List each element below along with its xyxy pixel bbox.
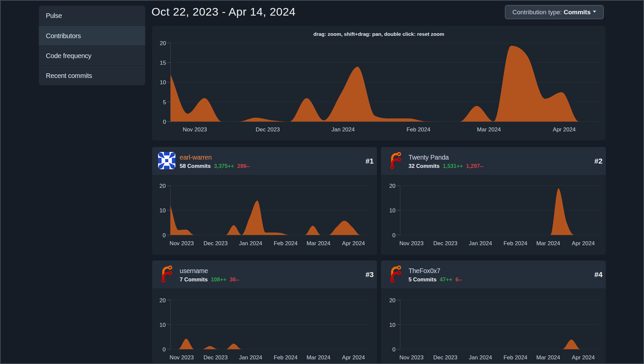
svg-text:Jan 2024: Jan 2024	[469, 240, 492, 247]
svg-text:Apr 2024: Apr 2024	[342, 354, 365, 361]
svg-text:20: 20	[159, 183, 166, 189]
svg-text:20: 20	[160, 40, 166, 46]
svg-text:Dec 2023: Dec 2023	[433, 354, 458, 361]
svg-text:Mar 2024: Mar 2024	[307, 240, 330, 247]
svg-text:Jan 2024: Jan 2024	[469, 354, 492, 361]
svg-text:Jan 2024: Jan 2024	[331, 126, 355, 133]
svg-text:Feb 2024: Feb 2024	[407, 126, 430, 133]
svg-text:Mar 2024: Mar 2024	[477, 126, 501, 133]
svg-text:Feb 2024: Feb 2024	[274, 354, 298, 361]
svg-text:Feb 2024: Feb 2024	[504, 240, 527, 247]
svg-text:Jan 2024: Jan 2024	[239, 354, 262, 361]
svg-text:Dec 2023: Dec 2023	[204, 354, 228, 361]
svg-text:10: 10	[389, 207, 396, 214]
svg-text:Dec 2023: Dec 2023	[433, 240, 458, 247]
svg-text:20: 20	[389, 297, 396, 304]
svg-text:10: 10	[159, 207, 166, 214]
svg-text:0: 0	[392, 346, 395, 353]
svg-text:Apr 2024: Apr 2024	[342, 240, 365, 247]
svg-text:Mar 2024: Mar 2024	[536, 354, 560, 361]
svg-text:0: 0	[163, 119, 166, 125]
svg-text:0: 0	[392, 232, 395, 239]
svg-text:10: 10	[160, 79, 166, 86]
svg-text:0: 0	[163, 232, 166, 239]
svg-text:Apr 2024: Apr 2024	[572, 240, 595, 247]
svg-text:Mar 2024: Mar 2024	[536, 240, 560, 247]
svg-text:10: 10	[389, 322, 396, 328]
svg-text:Nov 2023: Nov 2023	[399, 240, 423, 247]
svg-text:Mar 2024: Mar 2024	[307, 354, 330, 361]
svg-text:10: 10	[159, 322, 166, 328]
svg-text:20: 20	[389, 183, 396, 189]
svg-text:Nov 2023: Nov 2023	[183, 126, 207, 133]
svg-text:5: 5	[163, 99, 166, 106]
svg-text:15: 15	[160, 60, 166, 66]
svg-text:Dec 2023: Dec 2023	[204, 240, 228, 247]
svg-text:Nov 2023: Nov 2023	[170, 354, 194, 361]
svg-text:Apr 2024: Apr 2024	[572, 354, 595, 361]
svg-text:Feb 2024: Feb 2024	[504, 354, 527, 361]
svg-text:Dec 2023: Dec 2023	[256, 126, 280, 133]
svg-text:Nov 2023: Nov 2023	[399, 354, 423, 361]
svg-text:20: 20	[159, 297, 166, 304]
svg-text:Feb 2024: Feb 2024	[274, 240, 298, 247]
svg-text:Apr 2024: Apr 2024	[553, 126, 576, 133]
svg-text:0: 0	[163, 346, 166, 353]
svg-text:Jan 2024: Jan 2024	[239, 240, 262, 247]
svg-text:Nov 2023: Nov 2023	[170, 240, 194, 247]
